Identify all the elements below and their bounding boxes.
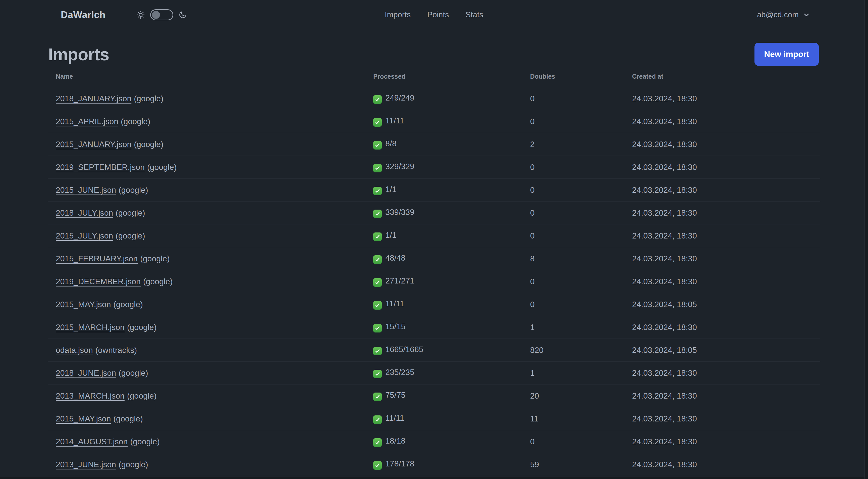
doubles-cell: 8 [522, 247, 624, 270]
import-source: (google) [119, 368, 148, 378]
processed-count: 1/1 [385, 185, 396, 194]
created-at-cell: 24.03.2024, 18:30 [624, 133, 820, 156]
import-source: (google) [119, 460, 148, 469]
check-icon [373, 187, 382, 195]
check-icon [373, 233, 382, 241]
processed-count: 271/271 [385, 276, 414, 285]
app-logo[interactable]: DaWarIch [61, 9, 105, 20]
import-name-cell: 2015_MARCH.json(google) [48, 316, 365, 339]
import-source: (google) [119, 185, 148, 194]
check-icon [373, 370, 382, 378]
import-file-link[interactable]: 2015_JULY.json [56, 231, 113, 240]
import-file-link[interactable]: 2015_JANUARY.json [56, 140, 131, 149]
table-row: 2015_MAY.json(google)11/11024.03.2024, 1… [48, 293, 820, 316]
table-row: odata.json(owntracks)1665/166582024.03.2… [48, 339, 820, 362]
import-file-link[interactable]: odata.json [56, 346, 93, 355]
import-file-link[interactable]: 2018_JUNE.json [56, 368, 116, 378]
table-header-row: Name Processed Doubles Created at [48, 66, 820, 87]
created-at-cell: 24.03.2024, 18:30 [624, 156, 820, 179]
created-at-cell: 24.03.2024, 18:30 [624, 385, 820, 408]
created-at-cell: 24.03.2024, 18:30 [624, 110, 820, 133]
table-row: 2018_JULY.json(google)339/339024.03.2024… [48, 202, 820, 224]
import-file-link[interactable]: 2015_MAY.json [56, 414, 111, 423]
import-name-cell: 2015_JANUARY.json(google) [48, 133, 365, 156]
nav-item-imports[interactable]: Imports [385, 10, 411, 19]
import-name-cell: 2013_JUNE.json(google) [48, 453, 365, 476]
doubles-cell: 0 [522, 110, 624, 133]
table-row: 2014_AUGUST.json(google)18/18024.03.2024… [48, 430, 820, 453]
window-bottom-edge [0, 477, 868, 479]
import-file-link[interactable]: 2014_AUGUST.json [56, 437, 128, 446]
processed-cell: 48/48 [365, 247, 522, 270]
import-name-cell: 2014_AUGUST.json(google) [48, 430, 365, 453]
import-file-link[interactable]: 2013_JUNE.json [56, 460, 116, 469]
import-file-link[interactable]: 2015_FEBRUARY.json [56, 254, 137, 263]
doubles-cell: 0 [522, 179, 624, 202]
scrollbar[interactable] [865, 0, 868, 479]
doubles-cell: 0 [522, 293, 624, 316]
processed-cell: 329/329 [365, 156, 522, 179]
nav-item-points[interactable]: Points [427, 10, 449, 19]
check-icon [373, 118, 382, 127]
processed-cell: 15/15 [365, 316, 522, 339]
processed-count: 235/235 [385, 368, 414, 377]
import-name-cell: odata.json(owntracks) [48, 339, 365, 362]
import-name-cell: 2015_APRIL.json(google) [48, 110, 365, 133]
processed-cell: 11/11 [365, 110, 522, 133]
processed-cell: 235/235 [365, 362, 522, 385]
import-file-link[interactable]: 2015_MAY.json [56, 300, 111, 309]
account-email: ab@cd.com [757, 10, 799, 19]
doubles-cell: 1 [522, 316, 624, 339]
table-row: 2018_JUNE.json(google)235/235124.03.2024… [48, 362, 820, 385]
column-header-processed: Processed [365, 66, 522, 87]
import-name-cell: 2018_JULY.json(google) [48, 202, 365, 224]
import-name-cell: 2015_MAY.json(google) [48, 408, 365, 430]
moon-icon [178, 10, 187, 19]
created-at-cell: 24.03.2024, 18:30 [624, 179, 820, 202]
import-file-link[interactable]: 2019_SEPTEMBER.json [56, 162, 145, 172]
processed-count: 339/339 [385, 208, 414, 217]
created-at-cell: 24.03.2024, 18:30 [624, 453, 820, 476]
processed-cell: 249/249 [365, 87, 522, 110]
import-source: (google) [130, 437, 159, 446]
page-title: Imports [48, 44, 109, 65]
created-at-cell: 24.03.2024, 18:30 [624, 430, 820, 453]
doubles-cell: 0 [522, 87, 624, 110]
account-menu[interactable]: ab@cd.com [757, 10, 810, 19]
nav-item-stats[interactable]: Stats [465, 10, 483, 19]
table-row: 2018_JANUARY.json(google)249/249024.03.2… [48, 87, 820, 110]
import-file-link[interactable]: 2015_JUNE.json [56, 185, 116, 194]
processed-count: 329/329 [385, 162, 414, 171]
import-name-cell: 2013_MARCH.json(google) [48, 385, 365, 408]
check-icon [373, 95, 382, 104]
processed-count: 48/48 [385, 253, 405, 262]
main-nav: Imports Points Stats [385, 0, 483, 30]
created-at-cell: 24.03.2024, 18:30 [624, 408, 820, 430]
check-icon [373, 164, 382, 172]
check-icon [373, 438, 382, 447]
processed-cell: 339/339 [365, 202, 522, 224]
sun-icon [136, 10, 145, 19]
import-file-link[interactable]: 2018_JULY.json [56, 208, 113, 217]
imports-table-body: 2018_JANUARY.json(google)249/249024.03.2… [48, 87, 820, 476]
check-icon [373, 141, 382, 150]
import-file-link[interactable]: 2015_APRIL.json [56, 117, 118, 126]
theme-toggle[interactable] [136, 9, 187, 20]
doubles-cell: 1 [522, 362, 624, 385]
import-file-link[interactable]: 2019_DECEMBER.json [56, 277, 141, 286]
import-file-link[interactable]: 2018_JANUARY.json [56, 94, 131, 103]
import-source: (google) [134, 94, 163, 103]
processed-count: 178/178 [385, 459, 414, 468]
created-at-cell: 24.03.2024, 18:05 [624, 293, 820, 316]
check-icon [373, 255, 382, 264]
doubles-cell: 0 [522, 224, 624, 247]
import-file-link[interactable]: 2015_MARCH.json [56, 323, 125, 332]
import-source: (google) [113, 300, 143, 309]
theme-toggle-switch[interactable] [150, 9, 173, 20]
new-import-button[interactable]: New import [754, 43, 819, 66]
import-file-link[interactable]: 2013_MARCH.json [56, 391, 125, 400]
doubles-cell: 59 [522, 453, 624, 476]
import-source: (google) [140, 254, 169, 263]
processed-cell: 75/75 [365, 385, 522, 408]
processed-count: 1665/1665 [385, 345, 423, 354]
